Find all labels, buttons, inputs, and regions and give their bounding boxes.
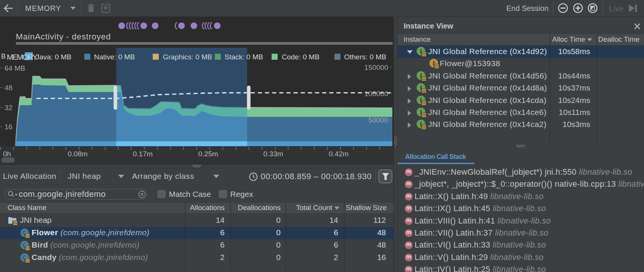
- svg-text:64 MB: 64 MB: [5, 64, 25, 72]
- svg-text:0.08m: 0.08m: [68, 150, 88, 158]
- svg-text:0.25m: 0.25m: [198, 150, 218, 158]
- svg-text:B: B: [1, 53, 6, 60]
- svg-text:48: 48: [5, 84, 12, 92]
- svg-text:0h: 0h: [3, 150, 11, 158]
- svg-text:0.17m: 0.17m: [133, 150, 153, 158]
- svg-text:100000: 100000: [365, 90, 388, 98]
- svg-text:MEMORY: MEMORY: [7, 53, 38, 61]
- svg-text:Java: 0 MB: Java: 0 MB: [36, 53, 71, 61]
- svg-text:50000: 50000: [368, 116, 388, 124]
- svg-text:0.42m: 0.42m: [329, 150, 349, 158]
- svg-text:Code: 0 MB: Code: 0 MB: [282, 53, 319, 61]
- svg-text:Native: 0 MB: Native: 0 MB: [94, 53, 135, 61]
- svg-text:0.33m: 0.33m: [263, 150, 283, 158]
- svg-text:Stack: 0 MB: Stack: 0 MB: [225, 53, 263, 61]
- svg-text:MainActivity - destroyed: MainActivity - destroyed: [16, 32, 111, 41]
- svg-text:16: 16: [5, 123, 12, 131]
- svg-text:150000: 150000: [365, 63, 388, 71]
- svg-text:Graphics: 0 MB: Graphics: 0 MB: [163, 53, 212, 61]
- svg-text:Others: 0 MB: Others: 0 MB: [344, 53, 386, 61]
- svg-text:32: 32: [5, 104, 12, 112]
